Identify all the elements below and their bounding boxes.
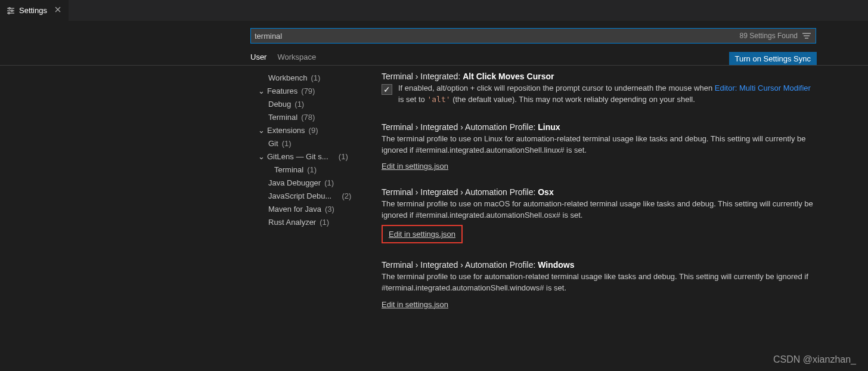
tab-label: Settings [19, 6, 47, 15]
tab-bar: Settings [0, 0, 868, 21]
scope-tab-user[interactable]: User [250, 52, 266, 66]
setting-description: The terminal profile to use on macOS for… [382, 199, 817, 221]
svg-point-4 [11, 10, 13, 11]
tree-item-terminal[interactable]: Terminal(78) [250, 111, 370, 124]
tree-item-gitlens[interactable]: ⌄GitLens — Git s... (1) [250, 150, 370, 163]
settings-tree: Workbench(1) ⌄Features(79) Debug(1) Term… [250, 66, 370, 371]
tree-item-jsdebugger[interactable]: JavaScript Debu... (2) [250, 190, 370, 203]
setting-altclick: Terminal › Integrated: Alt Click Moves C… [382, 72, 817, 106]
tree-item-extensions[interactable]: ⌄Extensions(9) [250, 124, 370, 137]
tree-item-workbench[interactable]: Workbench(1) [250, 72, 370, 85]
svg-point-5 [8, 12, 10, 14]
filter-icon[interactable] [801, 31, 812, 41]
settings-search-input[interactable]: terminal 89 Settings Found [250, 28, 816, 44]
close-icon[interactable] [53, 5, 63, 16]
tree-item-debug[interactable]: Debug(1) [250, 98, 370, 111]
search-result-count: 89 Settings Found [740, 32, 798, 40]
setting-description: The terminal profile to use on Linux for… [382, 134, 817, 156]
checkbox-altclick[interactable] [382, 84, 392, 95]
setting-automation-osx: Terminal › Integrated › Automation Profi… [382, 187, 817, 243]
settings-icon [6, 6, 16, 16]
tree-item-rust[interactable]: Rust Analyzer(1) [250, 216, 370, 229]
setting-description: If enabled, alt/option + click will repo… [398, 83, 817, 106]
tree-item-git[interactable]: Git(1) [250, 137, 370, 150]
scope-tab-workspace[interactable]: Workspace [277, 52, 316, 66]
tree-item-gitlens-terminal[interactable]: Terminal(1) [250, 163, 370, 177]
tree-item-features[interactable]: ⌄Features(79) [250, 85, 370, 98]
search-value: terminal [255, 32, 740, 41]
svg-point-3 [9, 7, 11, 9]
link-multi-cursor-modifier[interactable]: Editor: Multi Cursor Modifier [715, 84, 811, 92]
settings-sync-button[interactable]: Turn on Settings Sync [729, 52, 817, 66]
settings-list: Terminal › Integrated: Alt Click Moves C… [370, 66, 817, 371]
chevron-down-icon: ⌄ [258, 150, 265, 163]
setting-automation-windows: Terminal › Integrated › Automation Profi… [382, 260, 817, 309]
chevron-down-icon: ⌄ [258, 124, 265, 137]
setting-description: The terminal profile to use for automati… [382, 271, 817, 294]
edit-in-settings-json[interactable]: Edit in settings.json [382, 162, 448, 171]
setting-automation-linux: Terminal › Integrated › Automation Profi… [382, 122, 817, 171]
watermark: CSDN @xianzhan_ [773, 354, 856, 365]
chevron-down-icon: ⌄ [258, 85, 265, 98]
tab-settings[interactable]: Settings [0, 0, 69, 21]
highlight-box: Edit in settings.json [382, 225, 463, 243]
tree-item-maven[interactable]: Maven for Java(3) [250, 203, 370, 216]
edit-in-settings-json[interactable]: Edit in settings.json [382, 300, 448, 309]
tree-item-javadebugger[interactable]: Java Debugger(1) [250, 177, 370, 190]
scope-tabs: User Workspace [250, 52, 316, 66]
edit-in-settings-json[interactable]: Edit in settings.json [389, 230, 455, 239]
